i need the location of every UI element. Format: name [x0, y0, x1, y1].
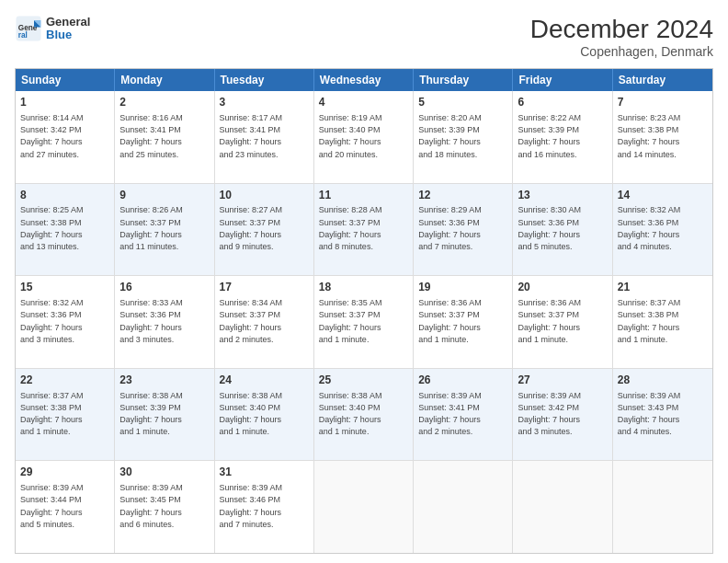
logo: Gene ral General Blue [15, 15, 90, 42]
cell-info: Sunrise: 8:19 AM Sunset: 3:40 PM Dayligh… [319, 113, 382, 159]
cell-info: Sunrise: 8:32 AM Sunset: 3:36 PM Dayligh… [618, 205, 681, 251]
calendar-row: 29Sunrise: 8:39 AM Sunset: 3:44 PM Dayli… [16, 461, 712, 553]
day-number: 23 [119, 373, 209, 388]
calendar-cell: 7Sunrise: 8:23 AM Sunset: 3:38 PM Daylig… [613, 91, 712, 183]
logo-text: General Blue [46, 16, 90, 42]
calendar-header-day: Sunday [16, 69, 115, 91]
calendar-header-day: Thursday [414, 69, 513, 91]
day-number: 14 [618, 188, 708, 203]
cell-info: Sunrise: 8:36 AM Sunset: 3:37 PM Dayligh… [418, 298, 482, 344]
logo-general-text: General [46, 16, 90, 29]
calendar-cell [314, 461, 414, 553]
calendar-header-day: Friday [513, 69, 612, 91]
day-number: 19 [418, 280, 507, 295]
day-number: 28 [618, 373, 708, 388]
calendar-cell [613, 461, 712, 553]
cell-info: Sunrise: 8:39 AM Sunset: 3:43 PM Dayligh… [618, 391, 681, 437]
cell-info: Sunrise: 8:34 AM Sunset: 3:37 PM Dayligh… [220, 298, 283, 344]
calendar-cell: 31Sunrise: 8:39 AM Sunset: 3:46 PM Dayli… [215, 461, 314, 553]
calendar-cell: 5Sunrise: 8:20 AM Sunset: 3:39 PM Daylig… [414, 91, 513, 183]
cell-info: Sunrise: 8:32 AM Sunset: 3:36 PM Dayligh… [20, 298, 84, 344]
day-number: 3 [220, 95, 309, 110]
calendar-cell: 23Sunrise: 8:38 AM Sunset: 3:39 PM Dayli… [115, 369, 214, 461]
day-number: 29 [20, 465, 109, 480]
calendar-cell: 28Sunrise: 8:39 AM Sunset: 3:43 PM Dayli… [613, 369, 712, 461]
calendar-header-day: Saturday [613, 69, 712, 91]
calendar-body: 1Sunrise: 8:14 AM Sunset: 3:42 PM Daylig… [16, 91, 712, 553]
page: Gene ral General Blue December 2024 Cope… [0, 0, 728, 563]
calendar-cell: 6Sunrise: 8:22 AM Sunset: 3:39 PM Daylig… [513, 91, 612, 183]
calendar-cell: 17Sunrise: 8:34 AM Sunset: 3:37 PM Dayli… [215, 276, 314, 368]
cell-info: Sunrise: 8:39 AM Sunset: 3:41 PM Dayligh… [418, 391, 482, 437]
day-number: 4 [319, 95, 408, 110]
day-number: 25 [319, 373, 408, 388]
calendar-cell: 25Sunrise: 8:38 AM Sunset: 3:40 PM Dayli… [314, 369, 414, 461]
day-number: 15 [20, 280, 109, 295]
calendar-row: 8Sunrise: 8:25 AM Sunset: 3:38 PM Daylig… [16, 184, 712, 277]
cell-info: Sunrise: 8:38 AM Sunset: 3:40 PM Dayligh… [220, 391, 283, 437]
calendar-cell: 21Sunrise: 8:37 AM Sunset: 3:38 PM Dayli… [613, 276, 712, 368]
calendar-cell: 19Sunrise: 8:36 AM Sunset: 3:37 PM Dayli… [414, 276, 513, 368]
cell-info: Sunrise: 8:23 AM Sunset: 3:38 PM Dayligh… [618, 113, 681, 159]
cell-info: Sunrise: 8:30 AM Sunset: 3:36 PM Dayligh… [518, 205, 581, 251]
header: Gene ral General Blue December 2024 Cope… [15, 15, 713, 59]
cell-info: Sunrise: 8:28 AM Sunset: 3:37 PM Dayligh… [319, 205, 382, 251]
calendar-cell: 16Sunrise: 8:33 AM Sunset: 3:36 PM Dayli… [115, 276, 214, 368]
calendar-cell: 9Sunrise: 8:26 AM Sunset: 3:37 PM Daylig… [115, 184, 214, 276]
calendar-cell: 27Sunrise: 8:39 AM Sunset: 3:42 PM Dayli… [513, 369, 612, 461]
day-number: 27 [518, 373, 607, 388]
day-number: 12 [418, 188, 507, 203]
calendar-cell: 20Sunrise: 8:36 AM Sunset: 3:37 PM Dayli… [513, 276, 612, 368]
calendar-header: SundayMondayTuesdayWednesdayThursdayFrid… [16, 69, 712, 91]
calendar-header-day: Monday [115, 69, 214, 91]
calendar-cell: 15Sunrise: 8:32 AM Sunset: 3:36 PM Dayli… [16, 276, 115, 368]
day-number: 21 [618, 280, 708, 295]
day-number: 17 [220, 280, 309, 295]
logo-blue-text: Blue [46, 29, 90, 41]
calendar-row: 22Sunrise: 8:37 AM Sunset: 3:38 PM Dayli… [16, 369, 712, 462]
cell-info: Sunrise: 8:26 AM Sunset: 3:37 PM Dayligh… [119, 205, 183, 251]
day-number: 24 [220, 373, 309, 388]
calendar-cell: 26Sunrise: 8:39 AM Sunset: 3:41 PM Dayli… [414, 369, 513, 461]
title-block: December 2024 Copenhagen, Denmark [530, 15, 713, 59]
calendar-cell: 14Sunrise: 8:32 AM Sunset: 3:36 PM Dayli… [613, 184, 712, 276]
cell-info: Sunrise: 8:22 AM Sunset: 3:39 PM Dayligh… [518, 113, 581, 159]
calendar-cell [513, 461, 612, 553]
subtitle: Copenhagen, Denmark [530, 44, 713, 59]
calendar-cell: 24Sunrise: 8:38 AM Sunset: 3:40 PM Dayli… [215, 369, 314, 461]
day-number: 9 [119, 188, 209, 203]
calendar-cell: 3Sunrise: 8:17 AM Sunset: 3:41 PM Daylig… [215, 91, 314, 183]
cell-info: Sunrise: 8:37 AM Sunset: 3:38 PM Dayligh… [618, 298, 681, 344]
day-number: 7 [618, 95, 708, 110]
cell-info: Sunrise: 8:17 AM Sunset: 3:41 PM Dayligh… [220, 113, 283, 159]
day-number: 13 [518, 188, 607, 203]
cell-info: Sunrise: 8:37 AM Sunset: 3:38 PM Dayligh… [20, 391, 84, 437]
logo-icon: Gene ral [15, 15, 42, 42]
calendar-cell: 11Sunrise: 8:28 AM Sunset: 3:37 PM Dayli… [314, 184, 414, 276]
calendar-cell: 2Sunrise: 8:16 AM Sunset: 3:41 PM Daylig… [115, 91, 214, 183]
cell-info: Sunrise: 8:39 AM Sunset: 3:44 PM Dayligh… [20, 483, 84, 529]
calendar-cell [414, 461, 513, 553]
calendar-cell: 18Sunrise: 8:35 AM Sunset: 3:37 PM Dayli… [314, 276, 414, 368]
svg-text:ral: ral [18, 31, 28, 40]
day-number: 6 [518, 95, 607, 110]
calendar-header-day: Wednesday [314, 69, 414, 91]
day-number: 30 [119, 465, 209, 480]
cell-info: Sunrise: 8:38 AM Sunset: 3:40 PM Dayligh… [319, 391, 382, 437]
day-number: 26 [418, 373, 507, 388]
calendar-cell: 29Sunrise: 8:39 AM Sunset: 3:44 PM Dayli… [16, 461, 115, 553]
cell-info: Sunrise: 8:16 AM Sunset: 3:41 PM Dayligh… [119, 113, 183, 159]
day-number: 1 [20, 95, 109, 110]
day-number: 18 [319, 280, 408, 295]
cell-info: Sunrise: 8:39 AM Sunset: 3:42 PM Dayligh… [518, 391, 581, 437]
cell-info: Sunrise: 8:14 AM Sunset: 3:42 PM Dayligh… [20, 113, 84, 159]
day-number: 31 [220, 465, 309, 480]
calendar-cell: 10Sunrise: 8:27 AM Sunset: 3:37 PM Dayli… [215, 184, 314, 276]
day-number: 8 [20, 188, 109, 203]
calendar: SundayMondayTuesdayWednesdayThursdayFrid… [15, 68, 713, 554]
calendar-cell: 12Sunrise: 8:29 AM Sunset: 3:36 PM Dayli… [414, 184, 513, 276]
day-number: 2 [119, 95, 209, 110]
day-number: 22 [20, 373, 109, 388]
calendar-cell: 13Sunrise: 8:30 AM Sunset: 3:36 PM Dayli… [513, 184, 612, 276]
cell-info: Sunrise: 8:35 AM Sunset: 3:37 PM Dayligh… [319, 298, 382, 344]
